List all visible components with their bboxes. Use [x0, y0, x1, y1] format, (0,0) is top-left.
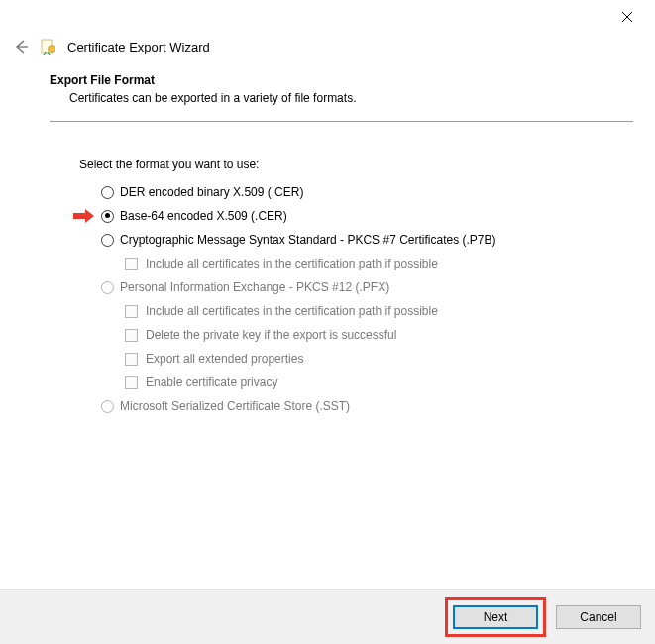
- radio-label-pfx: Personal Information Exchange - PKCS #12…: [120, 280, 389, 294]
- radio-icon: [101, 281, 114, 294]
- format-options: DER encoded binary X.509 (.CER) Base-64 …: [79, 185, 633, 413]
- checkbox-label: Enable certificate privacy: [146, 376, 277, 389]
- radio-icon: [101, 186, 114, 199]
- section-heading: Export File Format: [50, 73, 633, 87]
- wizard-header: Certificate Export Wizard: [0, 34, 655, 73]
- radio-pfx: Personal Information Exchange - PKCS #12…: [101, 280, 633, 294]
- radio-icon: [101, 210, 114, 223]
- certificate-icon: [40, 38, 57, 55]
- checkbox-label: Include all certificates in the certific…: [146, 257, 438, 270]
- annotation-highlight: Next: [445, 597, 546, 637]
- radio-pkcs7[interactable]: Cryptographic Message Syntax Standard - …: [101, 233, 633, 247]
- format-prompt: Select the format you want to use:: [79, 158, 633, 171]
- content-area: Export File Format Certificates can be e…: [0, 73, 655, 413]
- radio-label-base64: Base-64 encoded X.509 (.CER): [120, 209, 287, 223]
- checkbox-icon: [125, 376, 138, 389]
- radio-icon: [101, 400, 114, 413]
- checkbox-label: Include all certificates in the certific…: [146, 304, 438, 318]
- checkbox-label: Export all extended properties: [146, 352, 303, 366]
- radio-label-sst: Microsoft Serialized Certificate Store (…: [120, 399, 350, 413]
- checkbox-pfx-include: Include all certificates in the certific…: [125, 304, 633, 318]
- checkbox-pfx-delete: Delete the private key if the export is …: [125, 328, 633, 342]
- radio-icon: [101, 234, 114, 247]
- radio-base64[interactable]: Base-64 encoded X.509 (.CER): [101, 209, 633, 223]
- titlebar: [0, 0, 655, 34]
- radio-sst: Microsoft Serialized Certificate Store (…: [101, 399, 633, 413]
- cancel-button[interactable]: Cancel: [556, 605, 641, 629]
- checkbox-pfx-privacy: Enable certificate privacy: [125, 376, 633, 389]
- next-button[interactable]: Next: [453, 605, 538, 629]
- footer-bar: Next Cancel: [0, 589, 655, 644]
- checkbox-icon: [125, 305, 138, 318]
- checkbox-icon: [125, 258, 138, 270]
- radio-label-pkcs7: Cryptographic Message Syntax Standard - …: [120, 233, 496, 247]
- checkbox-pfx-extended: Export all extended properties: [125, 352, 633, 366]
- radio-label-der: DER encoded binary X.509 (.CER): [120, 185, 303, 199]
- checkbox-icon: [125, 353, 138, 366]
- section-description: Certificates can be exported in a variet…: [69, 91, 633, 105]
- wizard-title: Certificate Export Wizard: [67, 40, 210, 54]
- annotation-arrow-icon: [71, 208, 95, 227]
- checkbox-pkcs7-include: Include all certificates in the certific…: [125, 257, 633, 270]
- radio-der[interactable]: DER encoded binary X.509 (.CER): [101, 185, 633, 199]
- divider: [50, 121, 633, 122]
- svg-point-1: [49, 46, 55, 53]
- close-button[interactable]: [607, 3, 647, 31]
- back-button[interactable]: [12, 38, 30, 55]
- checkbox-label: Delete the private key if the export is …: [146, 328, 396, 342]
- checkbox-icon: [125, 329, 138, 342]
